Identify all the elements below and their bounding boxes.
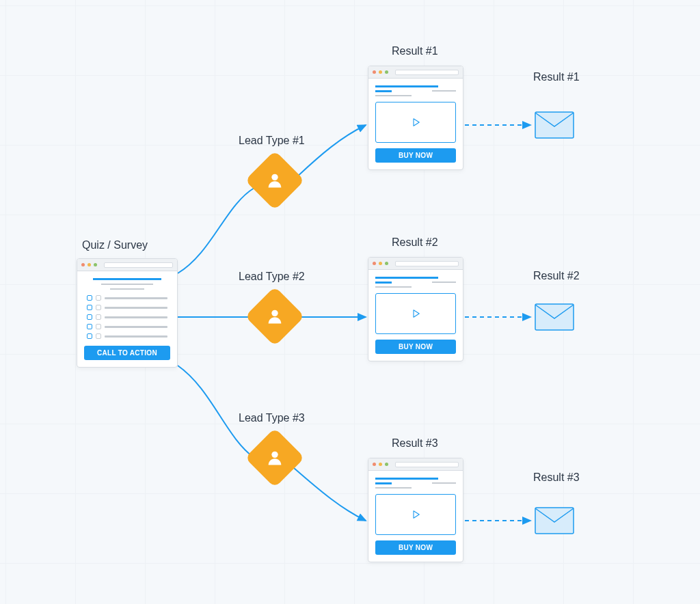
- quiz-option: [87, 324, 167, 329]
- envelope-1-icon: [535, 111, 574, 139]
- traffic-light-close-icon: [373, 463, 376, 466]
- checkbox-empty-icon: [96, 305, 101, 310]
- play-icon: [409, 307, 422, 320]
- quiz-window: CALL TO ACTION: [77, 258, 178, 368]
- svg-point-2: [271, 452, 278, 458]
- checkbox-icon: [87, 305, 92, 310]
- video-placeholder: [375, 494, 456, 535]
- quiz-title-label: Quiz / Survey: [82, 239, 148, 251]
- buy-now-button: BUY NOW: [375, 148, 456, 163]
- quiz-option: [87, 295, 167, 301]
- quiz-option: [87, 314, 167, 320]
- buy-now-button: BUY NOW: [375, 340, 456, 354]
- traffic-light-close-icon: [373, 262, 376, 265]
- traffic-light-min-icon: [88, 263, 91, 266]
- svg-rect-4: [535, 304, 574, 330]
- checkbox-icon: [87, 314, 92, 320]
- window-titlebar: [368, 66, 463, 79]
- video-placeholder: [375, 102, 456, 143]
- svg-point-1: [271, 310, 278, 316]
- result-3-page-label: Result #3: [392, 437, 438, 450]
- person-icon: [265, 171, 284, 190]
- result-3-window: BUY NOW: [368, 458, 463, 562]
- svg-rect-5: [535, 508, 574, 534]
- traffic-light-close-icon: [373, 70, 376, 74]
- url-bar: [395, 261, 459, 266]
- quiz-option: [87, 305, 167, 310]
- envelope-2-icon: [535, 303, 574, 331]
- quiz-option: [87, 333, 167, 339]
- svg-rect-3: [535, 112, 574, 138]
- result-heading-lines: [375, 85, 456, 96]
- result-2-email-label: Result #2: [533, 270, 580, 282]
- result-3-email-label: Result #3: [533, 471, 580, 484]
- window-titlebar: [77, 259, 177, 271]
- person-icon: [265, 307, 284, 326]
- result-heading-lines: [375, 277, 456, 288]
- lead-type-1-label: Lead Type #1: [239, 135, 305, 147]
- lead-type-1-node: [245, 150, 305, 210]
- traffic-light-max-icon: [94, 263, 97, 266]
- window-titlebar: [368, 458, 463, 471]
- result-1-email-label: Result #1: [533, 71, 580, 83]
- checkbox-empty-icon: [96, 333, 101, 339]
- result-2-page-label: Result #2: [392, 236, 438, 249]
- video-placeholder: [375, 293, 456, 334]
- result-2-window: BUY NOW: [368, 257, 463, 361]
- buy-now-button: BUY NOW: [375, 540, 456, 555]
- window-titlebar: [368, 258, 463, 270]
- checkbox-icon: [87, 333, 92, 339]
- traffic-light-max-icon: [385, 262, 388, 265]
- lead-type-2-node: [245, 286, 305, 346]
- traffic-light-min-icon: [379, 463, 382, 466]
- checkbox-empty-icon: [96, 295, 101, 301]
- result-heading-lines: [375, 478, 456, 489]
- url-bar: [395, 70, 459, 75]
- checkbox-icon: [87, 295, 92, 301]
- traffic-light-close-icon: [81, 263, 85, 266]
- quiz-heading-lines: [84, 278, 170, 290]
- person-icon: [265, 448, 284, 467]
- checkbox-icon: [87, 324, 92, 329]
- play-icon: [409, 508, 422, 521]
- url-bar: [104, 262, 173, 268]
- traffic-light-min-icon: [379, 70, 382, 74]
- quiz-options-list: [84, 295, 170, 339]
- url-bar: [395, 462, 459, 467]
- lead-type-2-label: Lead Type #2: [239, 271, 305, 283]
- svg-point-0: [271, 174, 278, 180]
- checkbox-empty-icon: [96, 314, 101, 320]
- lead-type-3-node: [245, 428, 305, 488]
- envelope-3-icon: [535, 507, 574, 534]
- traffic-light-min-icon: [379, 262, 382, 265]
- checkbox-empty-icon: [96, 324, 101, 329]
- traffic-light-max-icon: [385, 463, 388, 466]
- result-1-window: BUY NOW: [368, 66, 463, 170]
- lead-type-3-label: Lead Type #3: [239, 412, 305, 424]
- result-1-page-label: Result #1: [392, 45, 438, 57]
- traffic-light-max-icon: [385, 70, 388, 74]
- call-to-action-button: CALL TO ACTION: [84, 346, 170, 360]
- play-icon: [409, 116, 422, 128]
